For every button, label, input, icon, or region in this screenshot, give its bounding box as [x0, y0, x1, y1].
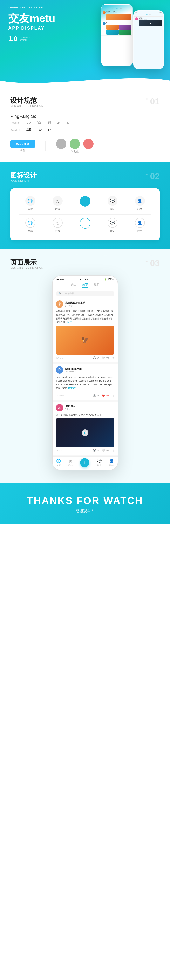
icon-item-plus-1[interactable]: +	[71, 192, 99, 214]
post-3-likes[interactable]: 🤍 224	[102, 449, 109, 452]
icon-grid-container: 🌐 全球 ◎ 在线 + 💬 聊天 👤 我的	[10, 188, 160, 240]
bottom-chat-icon: 💬	[97, 459, 102, 463]
regular-label: Regular	[10, 121, 25, 124]
post-3-header: 远 远航达人一 5天前	[56, 404, 114, 412]
icon-item-profile-2[interactable]: 👤 我的	[126, 215, 154, 236]
phone-nav-tabs: 关注 推荐 最新	[52, 281, 118, 289]
globe-icon-2: 🌐	[25, 218, 35, 228]
post-2-username: DamonSalvate	[65, 368, 109, 370]
icon-design-section: 图标设计 ICON DESIGN ≡ 02 🌐 全球 ◎ 在线 + 💬 聊天	[0, 162, 170, 249]
post-card-1: 来 来自温暖居心星球 2分钟前 内容编辑, 编辑文字不设置字数限制超过, 5行自…	[52, 298, 118, 364]
more-options-icon[interactable]: ⋯	[112, 368, 114, 372]
secondary-colors	[56, 139, 94, 149]
post-2-comments[interactable]: 💬 62	[93, 394, 99, 397]
thanks-title: THANKS FOR WATCH	[8, 495, 162, 506]
tab-zuixin[interactable]: 最新	[94, 283, 99, 288]
post-1-header: 来 来自温暖居心星球 2分钟前	[56, 301, 114, 308]
post-3-comments[interactable]: 💬 83	[93, 449, 99, 452]
bottom-globe-icon: 🌐	[56, 459, 61, 463]
post-1-username: 来自温暖居心星球	[65, 301, 114, 305]
semibold-label: Semibold	[10, 129, 25, 132]
post-3-like-count: 224	[105, 450, 109, 452]
post-3-share-icon[interactable]: ⬆	[112, 449, 114, 452]
tab-tuijian[interactable]: 推荐	[82, 283, 88, 288]
post-3-body: 这个是视频, 比着微信来, 就是评论这块不展开	[56, 413, 114, 417]
icon-item-globe-1[interactable]: 🌐 全球	[16, 192, 44, 214]
bottom-nav-chat[interactable]: 💬 聊天	[97, 459, 102, 467]
post-1-footer: □ iPhone 💬 52 🤍 224 ⬆	[56, 356, 114, 360]
font-spec-row: PingFang Sc Regular 36 32 28 24 22 Semib…	[10, 114, 160, 132]
icon-item-profile-1[interactable]: 👤 我的	[126, 192, 154, 214]
hero-section: ZHONG BEN DESIGN 2020 交友metu APP DISPLAY…	[0, 0, 170, 87]
post-1-body: 内容编辑, 编辑文字不设置字数限制超过, 5行自动隐藏, 跟微信规则一致, 点击…	[56, 310, 114, 324]
post-3-username: 远航达人一	[65, 404, 114, 408]
post-1-source: □ iPhone	[56, 357, 90, 359]
hero-phone-2: 9:41100% 推荐最新 远航达人一 这个是视频, 比着微信来... ▶	[133, 10, 164, 69]
play-button[interactable]: ▶	[82, 430, 88, 436]
hero-wave	[0, 72, 170, 87]
page-wave-top	[10, 251, 160, 259]
search-placeholder: 大家都在搜	[63, 292, 74, 295]
post-1-share-icon[interactable]: ⬆	[112, 356, 114, 360]
post-1-like-count: 224	[105, 357, 109, 359]
profile-icon-1: 👤	[135, 196, 145, 206]
icon-item-chat-2[interactable]: 💬 聊天	[99, 215, 126, 236]
icon-row-1: 🌐 全球 ◎ 在线 + 💬 聊天 👤 我的	[16, 192, 154, 214]
icon-item-online-2[interactable]: ◎ 在线	[44, 215, 71, 236]
icon-label-chat-1: 聊天	[110, 207, 115, 211]
heart-icon-1: 🤍	[102, 356, 105, 360]
post-2-image-grid	[56, 391, 114, 393]
bottom-globe-label: 发球	[57, 464, 61, 467]
secondary-color-red	[83, 139, 94, 149]
page-display-title-en: DESIGN SPECIFICATION	[10, 266, 43, 269]
page-display-num: ≡ 03	[145, 259, 160, 267]
post-1-user-info: 来自温暖居心星球 2分钟前	[65, 301, 114, 307]
color-row: #2EB7FD 主色 辅助色	[10, 139, 160, 153]
bottom-nav-online[interactable]: ◉ 在线	[68, 459, 72, 467]
phone-frame: ▪▪▪ WiFi 9:41 AM 🔋 100% 关注 推荐 最新 🔍 大家都在搜…	[52, 275, 118, 470]
bottom-chat-label: 聊天	[97, 464, 101, 467]
bottom-nav-profile[interactable]: 👤 我的	[109, 459, 114, 467]
icon-item-plus-2[interactable]: +	[71, 215, 99, 236]
post-2-user-info: DamonSalvate 2020.05.09	[65, 368, 109, 372]
regular-sizes: 36 32 28 24 22	[27, 120, 69, 125]
icon-item-chat-1[interactable]: 💬 聊天	[99, 192, 126, 214]
icon-label-profile-2: 我的	[137, 229, 142, 233]
post-card-2: D DamonSalvate 2020.05.09 ⋯ Every single…	[52, 364, 118, 401]
icon-item-globe-2[interactable]: 🌐 全球	[16, 215, 44, 236]
time-display: 9:41 AM	[80, 278, 89, 281]
post-3-video-wrap: 🎞 ▶	[56, 418, 114, 447]
search-bar[interactable]: 🔍 大家都在搜	[56, 291, 114, 296]
post-1-comments[interactable]: 💬 52	[93, 356, 99, 360]
design-spec-num: ≡ 01	[145, 97, 160, 106]
retract-btn[interactable]: Retract	[68, 387, 76, 389]
post-1-likes[interactable]: 🤍 224	[102, 356, 109, 360]
bottom-profile-label: 我的	[109, 464, 113, 467]
phone-bottom-nav: 🌐 发球 ◉ 在线 + 💬 聊天 👤 我的	[52, 456, 118, 470]
tab-guanzhu[interactable]: 关注	[71, 283, 76, 288]
bottom-nav-plus[interactable]: +	[80, 458, 89, 467]
post-1-image-wrap: 🦅	[56, 326, 114, 355]
icon-label-globe-2: 全球	[28, 229, 33, 233]
post-2-time: 2020.05.09	[65, 370, 109, 372]
comment-icon-2: 💬	[93, 394, 96, 397]
globe-icon-1: 🌐	[25, 196, 35, 206]
post-2-likes[interactable]: ❤️ 228	[102, 394, 109, 397]
post-2-share-icon[interactable]: ⬆	[112, 394, 114, 398]
bottom-plus-btn[interactable]: +	[80, 458, 89, 467]
icon-item-online-1[interactable]: ◎ 在线	[44, 192, 71, 214]
secondary-color-label: 辅助色	[56, 150, 94, 153]
hero-version-num: 1.0	[8, 35, 17, 43]
comment-icon-1: 💬	[93, 356, 96, 360]
icon-design-num: ≡ 02	[145, 172, 160, 181]
plus-icon-1: +	[80, 196, 90, 207]
bottom-online-label: 在线	[68, 464, 72, 467]
expand-btn[interactable]: 展开	[67, 321, 72, 323]
brand-label: ZHONG BEN DESIGN 2020	[8, 6, 162, 9]
signal-indicator: ▪▪▪ WiFi	[57, 278, 65, 281]
post-2-source: □ Android	[56, 395, 90, 397]
post-3-comment-count: 83	[97, 450, 99, 452]
post-3-video[interactable]: 🎞 ▶	[56, 418, 114, 447]
bottom-nav-globe[interactable]: 🌐 发球	[56, 459, 61, 467]
icon-label-globe-1: 全球	[28, 207, 33, 211]
